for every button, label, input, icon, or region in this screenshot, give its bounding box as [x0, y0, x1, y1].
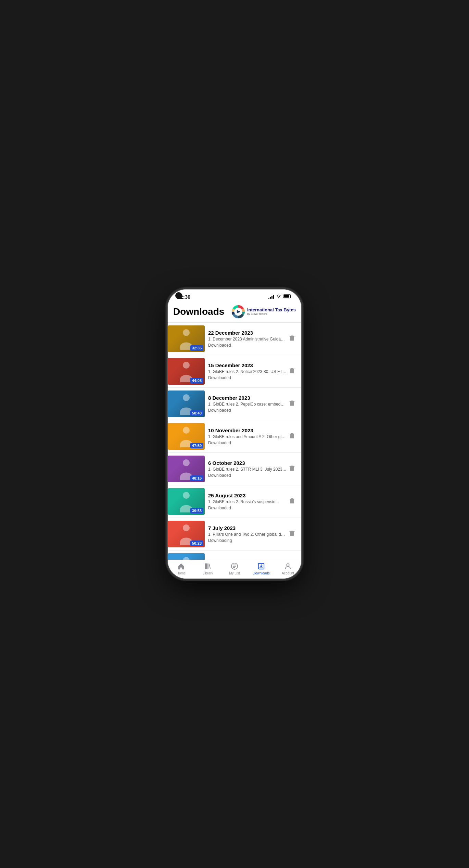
episode-item[interactable]: 50:40 8 December 2023 1. GloBE rules 2. …	[168, 388, 301, 420]
episode-item[interactable]: 48:16 6 October 2023 1. GloBE rules 2. S…	[168, 453, 301, 485]
svg-point-26	[287, 564, 289, 566]
episode-item[interactable]: 44:08 15 December 2023 1. GloBE rules 2.…	[168, 355, 301, 388]
episode-duration: 39:53	[190, 508, 203, 513]
svg-rect-17	[289, 497, 295, 504]
episode-duration: 32:35	[190, 345, 203, 351]
brand-name: International Tax Bytes	[247, 308, 296, 312]
library-tab-label: Library	[203, 571, 213, 575]
episode-info: 8 December 2023 1. GloBE rules 2. PepsiC…	[208, 390, 287, 417]
svg-point-18	[183, 524, 190, 531]
episode-status: Downloaded	[208, 473, 287, 478]
svg-point-10	[183, 394, 190, 401]
episode-thumb-wrap: 50:23	[168, 521, 205, 547]
svg-text:ITB: ITB	[237, 311, 240, 313]
episode-duration: 50:40	[190, 410, 203, 416]
episode-duration: 44:08	[190, 378, 203, 383]
trash-icon[interactable]	[289, 432, 295, 441]
tab-library[interactable]: Library	[194, 562, 221, 575]
tab-downloads[interactable]: Downloads	[248, 562, 275, 575]
mylist-tab-label: My List	[229, 571, 240, 575]
logo-svg: ITB	[231, 305, 245, 319]
trash-icon[interactable]	[289, 530, 295, 538]
tab-account[interactable]: Account	[275, 562, 301, 575]
episode-delete-button[interactable]	[287, 456, 297, 482]
episode-delete-button[interactable]	[287, 423, 297, 450]
svg-rect-15	[289, 465, 295, 472]
episode-thumb-wrap: 39:53	[168, 488, 205, 515]
episode-info: 22 December 2023 1. December 2023 Admini…	[208, 325, 287, 352]
trash-icon[interactable]	[289, 497, 295, 506]
episode-date: 25 August 2023	[208, 493, 287, 498]
episode-thumb-wrap: 48:16	[168, 456, 205, 482]
svg-point-16	[183, 492, 190, 499]
episode-delete-button[interactable]	[287, 553, 297, 560]
mylist-tab-icon	[230, 562, 239, 570]
episode-delete-button[interactable]	[287, 358, 297, 385]
tab-mylist[interactable]: My List	[221, 562, 248, 575]
episode-thumb-wrap: 48:00	[168, 553, 205, 560]
tab-home[interactable]: Home	[168, 562, 194, 575]
episode-thumbnail	[168, 553, 205, 560]
camera-notch	[175, 292, 182, 299]
episode-info: 10 November 2023 1. GloBE rules and Amou…	[208, 423, 287, 450]
episode-item[interactable]: 32:35 22 December 2023 1. December 2023 …	[168, 323, 301, 355]
signal-icon	[268, 295, 274, 299]
episode-delete-button[interactable]	[287, 521, 297, 547]
episode-status: Downloaded	[208, 441, 287, 445]
episode-item[interactable]: 48:00 23 June 2023 1. Pillar Two 2. Othe…	[168, 550, 301, 560]
episode-item[interactable]: 39:53 25 August 2023 1. GloBE rules 2. R…	[168, 485, 301, 518]
episode-description: 1. GloBE rules 2. Notice 2023-80: US FTC…	[208, 369, 287, 374]
svg-point-8	[183, 362, 190, 369]
account-tab-icon	[284, 562, 292, 570]
content-scroll[interactable]: 32:35 22 December 2023 1. December 2023 …	[168, 323, 301, 560]
brand-sub: by Steve Towers	[247, 313, 296, 316]
episode-info: 7 July 2023 1. Pillars One and Two 2. Ot…	[208, 521, 287, 547]
episode-status: Downloaded	[208, 375, 287, 380]
episode-delete-button[interactable]	[287, 390, 297, 417]
episode-duration: 47:59	[190, 443, 203, 448]
svg-rect-23	[207, 563, 208, 569]
svg-point-14	[183, 459, 190, 466]
episode-description: 1. GloBE rules 2. PepsiCo case: embedded…	[208, 402, 287, 407]
episode-status: Downloaded	[208, 506, 287, 510]
trash-icon[interactable]	[289, 400, 295, 408]
trash-icon[interactable]	[289, 465, 295, 473]
episode-description: 1. GloBE rules and Amount A 2. Other glo…	[208, 434, 287, 439]
episode-item[interactable]: 50:23 7 July 2023 1. Pillars One and Two…	[168, 518, 301, 550]
svg-rect-7	[289, 335, 295, 342]
episode-description: 1. Pillars One and Two 2. Other global d…	[208, 532, 287, 537]
episode-date: 6 October 2023	[208, 460, 287, 466]
svg-rect-11	[289, 400, 295, 407]
downloads-tab-label: Downloads	[253, 571, 269, 575]
brand-text: International Tax Bytes by Steve Towers	[247, 308, 296, 315]
downloads-tab-icon	[257, 562, 265, 570]
episode-description: 1. GloBE rules 2. STTR MLI 3. July 2023 …	[208, 467, 287, 472]
trash-icon[interactable]	[289, 367, 295, 375]
svg-point-6	[183, 329, 190, 336]
page-title: Downloads	[173, 306, 224, 317]
svg-rect-9	[289, 367, 295, 374]
episode-delete-button[interactable]	[287, 325, 297, 352]
episode-status: Downloading	[208, 538, 287, 543]
tab-bar: Home Library My List Downloads Account	[168, 560, 301, 579]
svg-point-20	[183, 557, 190, 560]
app-header: Downloads ITB In	[168, 302, 301, 323]
episode-info: 25 August 2023 1. GloBE rules 2. Russia’…	[208, 488, 287, 515]
episode-item[interactable]: 47:59 10 November 2023 1. GloBE rules an…	[168, 420, 301, 453]
episode-delete-button[interactable]	[287, 488, 297, 515]
home-tab-icon	[177, 562, 185, 570]
wifi-icon	[276, 294, 281, 300]
account-tab-label: Account	[282, 571, 294, 575]
episode-description: 1. December 2023 Administrative Guidance…	[208, 337, 287, 342]
episode-thumb-wrap: 44:08	[168, 358, 205, 385]
svg-point-12	[183, 427, 190, 434]
svg-rect-13	[289, 432, 295, 439]
episode-date: 22 December 2023	[208, 330, 287, 336]
trash-icon[interactable]	[289, 335, 295, 343]
episode-description: 1. GloBE rules 2. Russia’s suspensio...	[208, 499, 287, 504]
episode-list: 32:35 22 December 2023 1. December 2023 …	[168, 323, 301, 560]
svg-rect-19	[289, 530, 295, 537]
episode-status: Downloaded	[208, 408, 287, 413]
library-tab-icon	[204, 562, 212, 570]
svg-rect-1	[284, 295, 289, 298]
